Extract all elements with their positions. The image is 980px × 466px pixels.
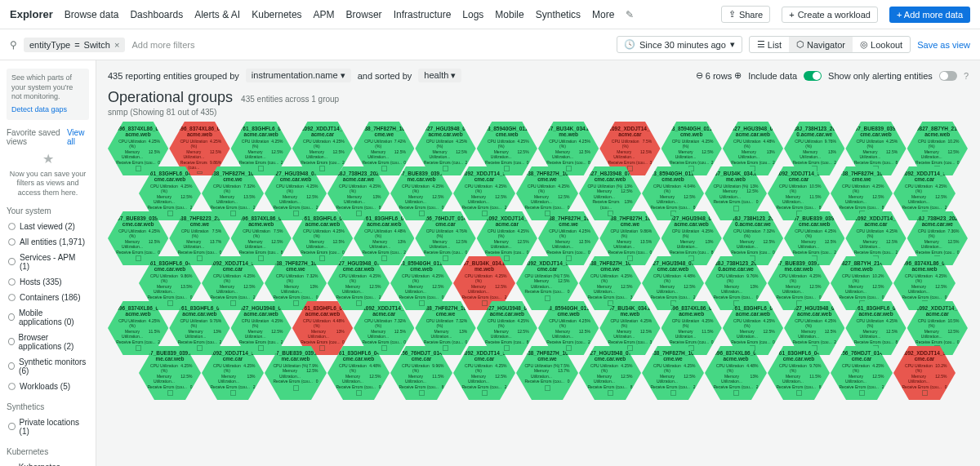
- entity-hex[interactable]: 5761_83GHFL6_04.acme.car.webCPU Utilizat…: [327, 346, 390, 400]
- view-lookout-button[interactable]: ◎ Lookout: [853, 37, 910, 52]
- your-system-header: Your system: [7, 206, 89, 215]
- plus-icon[interactable]: ⊕: [734, 70, 742, 81]
- select-checkbox[interactable]: [293, 385, 299, 391]
- entity-name: 8596_8374XL86_01.acme.web: [113, 126, 163, 138]
- system-item[interactable]: All entities (1,971): [7, 234, 89, 250]
- entity-name: 023_85940GH_011.acme.web: [647, 171, 699, 183]
- minus-icon[interactable]: ⊖: [696, 70, 703, 81]
- add-filters-hint[interactable]: Add more filters: [131, 40, 194, 50]
- synthetics-header: Synthetics: [7, 402, 89, 411]
- nav-browse-data[interactable]: Browse data: [65, 9, 119, 20]
- entity-name: 5761_83GHFL6_04.acme.car.web: [144, 261, 196, 273]
- entity-name: 0938_7HF8223_23.acme.we: [174, 216, 225, 228]
- edit-icon[interactable]: ✎: [626, 9, 634, 20]
- share-icon: ⇪: [728, 9, 736, 20]
- select-checkbox[interactable]: [733, 390, 739, 396]
- select-checkbox[interactable]: [482, 390, 488, 396]
- timerange-picker[interactable]: 🕓 Since 30 minutes ago ▾: [617, 36, 742, 53]
- entity-type-icon: [8, 223, 16, 230]
- select-checkbox[interactable]: [230, 390, 236, 396]
- nav-logs[interactable]: Logs: [462, 9, 483, 20]
- nav-synthetics[interactable]: Synthetics: [536, 9, 581, 20]
- view-list-button[interactable]: ☰ List: [750, 37, 789, 52]
- entity-name: 5761_83GHFL6_04.acme.car.web: [297, 216, 348, 228]
- system-item[interactable]: Workloads (5): [7, 379, 89, 394]
- entity-name: 0256_76HDJT_014.acme.car: [835, 351, 888, 362]
- system-item[interactable]: Containers (186): [7, 290, 89, 305]
- system-item[interactable]: Last viewed (2): [7, 219, 89, 234]
- honeycomb-grid: 8596_8374XL86_01.acme.webCPU Utilization…: [108, 122, 969, 400]
- synth-item[interactable]: Private locations (1): [7, 415, 89, 439]
- remove-filter-icon[interactable]: ×: [114, 40, 119, 50]
- entity-hex[interactable]: 0927_HGU3948_07.acme.car.webCPU Utilizat…: [579, 346, 641, 400]
- group-title: Operational groups: [108, 89, 233, 106]
- entity-type-icon: [8, 383, 16, 390]
- favorites-header: Favorite saved views View all: [7, 128, 89, 146]
- select-checkbox[interactable]: [859, 390, 865, 396]
- entity-name: 5761_83GHFL6_04.acme.car.web: [359, 216, 409, 228]
- main-content: 435 reporting entities grouped by instru…: [96, 60, 980, 466]
- entity-hex[interactable]: 8596_8374XL86_01.acme.webCPU Utilization…: [705, 346, 767, 400]
- nav-browser[interactable]: Browser: [346, 9, 382, 20]
- entity-hex[interactable]: 067_BUE839_039.acme.car.webCPU Utilizati…: [265, 346, 327, 400]
- nav-apm[interactable]: APM: [314, 9, 335, 20]
- create-workload-button[interactable]: + Create a workload: [782, 7, 878, 23]
- entity-hex[interactable]: 0938_7HF827H_10.acme.weCPU Utilization (…: [642, 346, 704, 400]
- nav-mobile[interactable]: Mobile: [495, 9, 523, 20]
- select-checkbox[interactable]: [796, 390, 802, 396]
- k8s-item[interactable]: Kubernetes clusters (1): [7, 459, 89, 466]
- select-checkbox[interactable]: [167, 390, 173, 396]
- entity-name: 8596_8374XL86_01.acme.web: [174, 126, 225, 138]
- rows-stepper[interactable]: ⊖ 6 rows ⊕: [696, 70, 742, 81]
- entity-hex[interactable]: 5761_83GHFL6_04.acme.car.webCPU Utilizat…: [768, 346, 830, 400]
- view-navigator-button[interactable]: ⬡ Navigator: [789, 37, 853, 52]
- entity-type-icon: [8, 313, 15, 321]
- entity-type-icon: [8, 258, 16, 265]
- select-checkbox[interactable]: [545, 295, 550, 301]
- entity-hex[interactable]: 01092_XDDJT14_5.acme.carCPU Utilization …: [893, 346, 956, 400]
- entity-hex[interactable]: 0256_76HDJT_014.acme.carCPU Utilization …: [831, 346, 893, 400]
- entity-hex[interactable]: 0256_76HDJT_014.acme.carCPU Utilization …: [390, 346, 452, 400]
- view-all-link[interactable]: View all: [67, 128, 89, 146]
- entity-hex[interactable]: 0938_7HF827H_10.acme.weCPU Utilization (…: [516, 346, 578, 400]
- nav-dashboards[interactable]: Dashboards: [130, 9, 183, 20]
- entity-name: 067_BUE839_039.acme.car.web: [270, 351, 322, 362]
- add-more-data-button[interactable]: + Add more data: [889, 7, 970, 23]
- sidebar: See which parts of your system you're no…: [0, 60, 96, 466]
- detect-gaps-link[interactable]: Detect data gaps: [11, 105, 84, 115]
- system-item[interactable]: Hosts (335): [7, 274, 89, 290]
- group-header: Operational groups 435 entities across 1…: [108, 89, 969, 106]
- select-checkbox[interactable]: [670, 390, 676, 396]
- select-checkbox[interactable]: [608, 390, 613, 396]
- share-button[interactable]: ⇪ Share: [721, 6, 770, 23]
- entity-name: 01092_XDDJT14_5.acme.car: [850, 216, 901, 228]
- system-item[interactable]: Synthetic monitors (6): [7, 354, 89, 379]
- nav-more[interactable]: More: [592, 9, 614, 20]
- entity-hex[interactable]: 01092_XDDJT14_5.acme.carCPU Utilization …: [202, 346, 264, 400]
- nav-kubernetes[interactable]: Kubernetes: [252, 9, 301, 20]
- help-icon[interactable]: ?: [964, 71, 969, 81]
- system-item[interactable]: Mobile applications (0): [7, 305, 89, 330]
- sort-by-dropdown[interactable]: health ▾: [418, 69, 461, 82]
- entity-name: 09827_8B7YH_214.acme.web: [912, 126, 963, 138]
- entity-name: 01092_XDDJT14_5.acme.car: [359, 306, 409, 317]
- system-item[interactable]: Browser applications (2): [7, 330, 89, 354]
- select-checkbox[interactable]: [356, 390, 362, 396]
- include-data-toggle[interactable]: [804, 71, 822, 81]
- group-by-dropdown[interactable]: instrumentation.name ▾: [246, 69, 351, 82]
- select-checkbox[interactable]: [545, 385, 550, 391]
- nav-alerts-ai[interactable]: Alerts & AI: [194, 9, 240, 20]
- nav-infrastructure[interactable]: Infrastructure: [394, 9, 452, 20]
- filter-icon[interactable]: ⚲: [10, 39, 17, 51]
- filter-pill[interactable]: entityType = Switch ×: [24, 38, 125, 52]
- system-item[interactable]: Services - APM (1): [7, 250, 89, 274]
- entity-hex[interactable]: 067_BUE839_039.acme.car.webCPU Utilizati…: [139, 346, 201, 400]
- select-checkbox[interactable]: [733, 206, 739, 211]
- alerting-only-toggle[interactable]: [939, 71, 957, 81]
- select-checkbox[interactable]: [419, 390, 425, 396]
- entity-name: 01092_XDDJT14_5.acme.car: [912, 306, 963, 317]
- entity-hex[interactable]: 01092_XDDJT14_5.acme.carCPU Utilization …: [453, 346, 515, 400]
- entity-name: 023_85940GH_011.acme.web: [666, 126, 717, 138]
- save-view-button[interactable]: Save as view: [917, 40, 970, 50]
- select-checkbox[interactable]: [922, 390, 928, 396]
